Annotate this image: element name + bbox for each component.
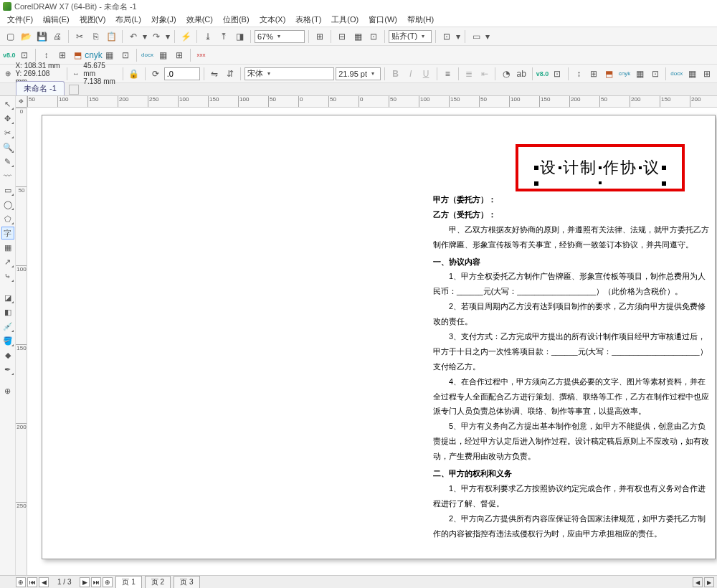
shape-tool[interactable]: ✥ — [1, 112, 14, 125]
undo-dropdown[interactable]: ▾ — [142, 29, 148, 44]
menu-object[interactable]: 对象(J) — [147, 13, 181, 27]
add-tab-button[interactable] — [69, 85, 79, 95]
ellipse-tool[interactable]: ◯ — [1, 198, 14, 211]
freehand-tool[interactable]: ✎ — [1, 155, 14, 168]
fontsize-dropdown[interactable]: 21.95 pt — [336, 67, 381, 80]
pb-btn-5[interactable]: cnyk — [617, 67, 631, 81]
text-tool[interactable]: 字 — [1, 227, 14, 240]
snap-dropdown[interactable]: 贴齐(T) — [389, 30, 432, 43]
paste-button[interactable]: 📋 — [104, 29, 118, 44]
redo-button[interactable]: ↷ — [149, 29, 163, 44]
ruler-vertical[interactable]: 050100150200250 — [16, 108, 27, 575]
menu-edit[interactable]: 编辑(E) — [39, 13, 74, 27]
menu-effects[interactable]: 效果(C) — [182, 13, 217, 27]
table-tool[interactable]: ▦ — [1, 241, 14, 254]
eyedropper-tool[interactable]: 💉 — [1, 320, 14, 333]
doc-tab-1[interactable]: 未命名 -1 — [16, 81, 65, 95]
grid-button[interactable]: ▦ — [351, 29, 365, 44]
first-page-button[interactable]: ⏮ — [27, 577, 37, 587]
page-tab-3[interactable]: 页 3 — [174, 576, 199, 589]
lock-ratio-button[interactable]: 🔒 — [127, 67, 141, 81]
search-button[interactable]: ⚡ — [179, 29, 193, 44]
artistic-tool[interactable]: 〰 — [1, 169, 14, 182]
indent-button[interactable]: ⇤ — [478, 67, 491, 81]
pb-btn-3[interactable]: ⊞ — [587, 67, 601, 81]
rulers-button[interactable]: ⊟ — [335, 29, 349, 44]
selection-handle[interactable] — [599, 166, 602, 169]
ruler-origin[interactable]: ✥ — [16, 96, 27, 108]
add-page-after-button[interactable]: ⊕ — [103, 577, 113, 587]
zoom-dropdown[interactable]: 67% — [255, 30, 305, 43]
page-surface[interactable]: 设 计 制 作 协 议 — [42, 115, 716, 559]
add-page-button[interactable]: ⊕ — [16, 577, 26, 587]
bold-button[interactable]: B — [389, 67, 402, 81]
mirror-v-button[interactable]: ⇵ — [223, 67, 237, 81]
cut-button[interactable]: ✂ — [72, 29, 87, 44]
selection-handle[interactable] — [534, 166, 538, 170]
ruler-horizontal[interactable]: ✥ 50100150200250100150100500500501001505… — [16, 96, 717, 108]
pb-btn-6[interactable]: ▦ — [633, 67, 647, 81]
crop-tool[interactable]: ✂ — [1, 126, 14, 139]
pick-tool[interactable]: ↖ — [1, 98, 14, 110]
open-button[interactable]: 📂 — [19, 29, 33, 44]
outline-tool[interactable]: ✒ — [1, 363, 14, 376]
macro-btn-3[interactable]: ⊞ — [55, 48, 70, 62]
macro-btn-5[interactable]: cnyk — [87, 48, 101, 62]
macro-btn-9[interactable]: ▦ — [156, 48, 171, 62]
menu-file[interactable]: 文件(F) — [3, 13, 37, 27]
last-page-button[interactable]: ⏭ — [91, 577, 101, 587]
macro-btn-7[interactable]: ⊡ — [118, 48, 133, 62]
selection-handle[interactable] — [639, 166, 642, 169]
macro-btn-11[interactable]: xxx — [194, 48, 209, 62]
import-button[interactable]: ⤓ — [201, 29, 215, 44]
pb-btn-9[interactable]: ▦ — [685, 67, 698, 81]
export-button[interactable]: ⤒ — [217, 29, 231, 44]
new-button[interactable]: ▢ — [3, 29, 17, 44]
extra-tool[interactable]: ⊕ — [1, 384, 14, 397]
redo-dropdown[interactable]: ▾ — [165, 29, 171, 44]
menu-view[interactable]: 视图(V) — [75, 13, 110, 27]
canvas[interactable]: 设 计 制 作 协 议 — [27, 108, 717, 575]
selection-handle[interactable] — [559, 166, 561, 169]
menu-layout[interactable]: 布局(L) — [111, 13, 145, 27]
options-dropdown[interactable]: ▾ — [455, 29, 461, 44]
undo-button[interactable]: ↶ — [126, 29, 141, 44]
dropshadow-tool[interactable]: ◪ — [1, 291, 14, 304]
zoom-tool[interactable]: 🔍 — [1, 141, 14, 153]
menu-text[interactable]: 文本(X) — [255, 13, 290, 27]
pb-btn-2[interactable]: ↕ — [572, 67, 586, 81]
pb-btn-1[interactable]: ⊡ — [550, 67, 564, 81]
macro-btn-6[interactable]: ▦ — [103, 48, 117, 62]
menu-window[interactable]: 窗口(W) — [364, 13, 402, 27]
hscroll-right-button[interactable]: ▶ — [704, 577, 714, 587]
connector-tool[interactable]: ⤷ — [1, 270, 14, 283]
next-page-button[interactable]: ▶ — [80, 577, 90, 587]
prev-page-button[interactable]: ◀ — [39, 577, 49, 587]
rotation-input[interactable] — [164, 67, 200, 80]
macro-btn-10[interactable]: ⊞ — [172, 48, 186, 62]
print-button[interactable]: 🖨 — [50, 29, 65, 44]
pb-btn-8[interactable]: docx — [670, 67, 683, 81]
macro-btn-2[interactable]: ↕ — [39, 48, 54, 62]
rectangle-tool[interactable]: ▭ — [1, 184, 14, 196]
selection-handle[interactable] — [662, 166, 666, 170]
launch-button[interactable]: ▭ — [469, 29, 483, 44]
publish-button[interactable]: ◨ — [232, 29, 247, 44]
x-value[interactable]: 108.31 mm — [24, 62, 60, 70]
selected-text-object[interactable]: 设 计 制 作 协 议 — [516, 144, 685, 191]
copy-button[interactable]: ⎘ — [88, 29, 103, 44]
polygon-tool[interactable]: ⬠ — [1, 212, 14, 225]
text-options-button[interactable]: ◔ — [499, 67, 513, 81]
fill-tool[interactable]: 🪣 — [1, 334, 14, 347]
selection-handle[interactable] — [662, 181, 666, 186]
page-tab-2[interactable]: 页 2 — [145, 576, 171, 589]
doc-title-text[interactable]: 设 计 制 作 协 议 — [533, 153, 668, 183]
text-direction-button[interactable]: ab — [515, 67, 528, 81]
font-dropdown[interactable]: 宋体 — [244, 67, 334, 80]
pb-btn-10[interactable]: ⊞ — [701, 67, 714, 81]
launch-dropdown[interactable]: ▾ — [485, 29, 490, 44]
width-value[interactable]: 45.675 mm — [83, 62, 118, 77]
transparency-tool[interactable]: ◧ — [1, 305, 14, 318]
selection-handle[interactable] — [599, 181, 602, 184]
underline-button[interactable]: U — [419, 67, 432, 81]
